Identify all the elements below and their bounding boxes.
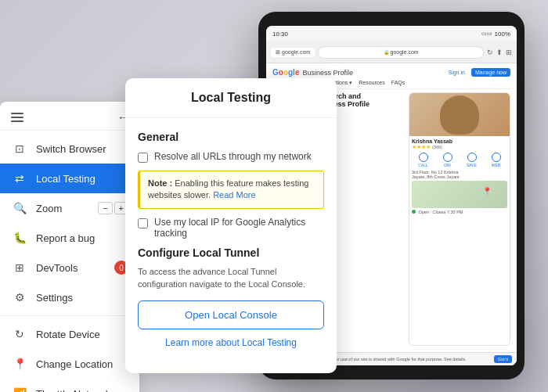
manage-button[interactable]: Manage now [471, 68, 510, 77]
card-name: Krishna Yassab [412, 138, 507, 144]
sidebar-divider-1 [0, 315, 139, 316]
business-card: Krishna Yassab ★★★★ (386) CALL [409, 92, 510, 346]
card-rating: ★★★★ [412, 144, 431, 150]
local-testing-icon: ⇄ [11, 170, 28, 187]
switch-browser-icon: ⊡ [11, 140, 28, 157]
card-image [409, 93, 510, 136]
checkbox-row-1: Resolve all URLs through my network [138, 151, 324, 163]
switch-browser-label: Switch Browser [36, 143, 128, 155]
status-time: 10:30 [272, 31, 288, 38]
card-body: Krishna Yassab ★★★★ (386) CALL [409, 136, 510, 217]
status-battery: 100% [495, 31, 510, 38]
report-bug-label: Report a bug [36, 232, 128, 244]
google-analytics-checkbox[interactable] [138, 218, 148, 228]
throttle-chevron: › [125, 389, 128, 392]
resolve-urls-label: Resolve all URLs through my network [154, 151, 312, 162]
url-bar[interactable]: 🔒 google.com [318, 46, 484, 59]
zoom-minus-button[interactable]: − [98, 202, 112, 214]
got-it-button[interactable]: Got it [494, 355, 512, 363]
action-website[interactable]: WEB [485, 153, 507, 167]
devtools-label: DevTools [36, 262, 114, 274]
settings-label: Settings [36, 292, 122, 304]
nav-faqs[interactable]: FAQs [391, 80, 406, 88]
change-location-label: Change Location [36, 358, 122, 370]
modal-body: General Resolve all URLs through my netw… [125, 118, 337, 361]
configure-section: Configure Local Tunnel To access the adv… [138, 246, 324, 348]
card-address: 3rd Floor, No 12 KrishnaJayate, 8th Cros… [412, 170, 507, 179]
sidebar-item-settings[interactable]: ⚙ Settings › [0, 282, 139, 312]
nav-resources[interactable]: Resources [359, 80, 384, 88]
resolve-urls-checkbox[interactable] [138, 153, 148, 163]
sidebar-item-zoom[interactable]: 🔍 Zoom − + [0, 193, 139, 223]
map-pin-icon: 📍 [482, 187, 492, 196]
hamburger-menu[interactable] [11, 113, 23, 122]
open-hours: Open · Closes 7:30 PM [412, 210, 507, 214]
browser-bar: ⊞ google.com 🔒 google.com ↻ ⬆ ⊞ [266, 41, 517, 63]
learn-more-link[interactable]: Learn more about Local Testing [138, 337, 324, 348]
modal-title: Local Testing [125, 78, 337, 118]
sidebar-item-change-location[interactable]: 📍 Change Location › [0, 349, 139, 379]
report-bug-icon: 🐛 [11, 229, 28, 246]
google-header: Google Business Profile Sign in Manage n… [272, 68, 510, 77]
throttle-icon: 📶 [11, 385, 28, 392]
action-call[interactable]: CALL [412, 153, 434, 167]
local-testing-label: Local Testing [36, 173, 122, 185]
google-logo: Google [272, 68, 299, 77]
note-label: Note : [148, 178, 172, 188]
rotate-icon: ↻ [11, 325, 28, 343]
sidebar-item-local-testing[interactable]: ⇄ Local Testing › [0, 164, 139, 193]
action-directions[interactable]: DIR [436, 153, 459, 167]
read-more-link[interactable]: Read More [213, 190, 255, 200]
sidebar-item-throttle[interactable]: 📶 Throttle Network › [0, 379, 139, 392]
zoom-label: Zoom [36, 203, 98, 214]
zoom-icon: 🔍 [11, 200, 28, 217]
browser-actions: ↻ ⬆ ⊞ [487, 49, 512, 56]
action-save[interactable]: SAVE [460, 153, 483, 167]
general-section-title: General [138, 131, 324, 143]
configure-title: Configure Local Tunnel [138, 246, 324, 259]
checkbox-row-2: Use my local IP for Google Analytics tra… [138, 217, 324, 239]
sidebar-item-devtools[interactable]: ⊞ DevTools 0 [0, 253, 139, 282]
note-box: Note : Enabling this feature makes testi… [138, 171, 324, 209]
card-actions: CALL DIR SAVE [412, 153, 507, 167]
devtools-icon: ⊞ [11, 259, 28, 276]
change-location-icon: 📍 [11, 355, 28, 372]
rotate-label: Rotate Device [36, 329, 128, 340]
google-analytics-label: Use my local IP for Google Analytics tra… [154, 217, 324, 239]
local-testing-modal: Local Testing General Resolve all URLs t… [125, 78, 337, 373]
open-console-button[interactable]: Open Local Console [138, 300, 324, 329]
throttle-label: Throttle Network [36, 388, 122, 393]
sidebar-header: ← [0, 108, 139, 131]
sign-in-link[interactable]: Sign in [449, 70, 465, 75]
page-subtitle: Business Profile [302, 69, 353, 77]
settings-icon: ⚙ [11, 289, 28, 306]
sidebar-item-rotate[interactable]: ↻ Rotate Device [0, 319, 139, 349]
configure-description: To access the advance Local Tunnel confi… [138, 265, 324, 291]
browser-tab: ⊞ google.com [271, 48, 315, 57]
sidebar-item-switch-browser[interactable]: ⊡ Switch Browser [0, 134, 139, 164]
sidebar-item-report-bug[interactable]: 🐛 Report a bug [0, 223, 139, 253]
status-bar: 10:30 ▭▭ 100% [266, 26, 517, 41]
sidebar: ← ⊡ Switch Browser ⇄ Local Testing › 🔍 Z… [0, 102, 139, 392]
map-thumbnail: 📍 [412, 181, 507, 208]
